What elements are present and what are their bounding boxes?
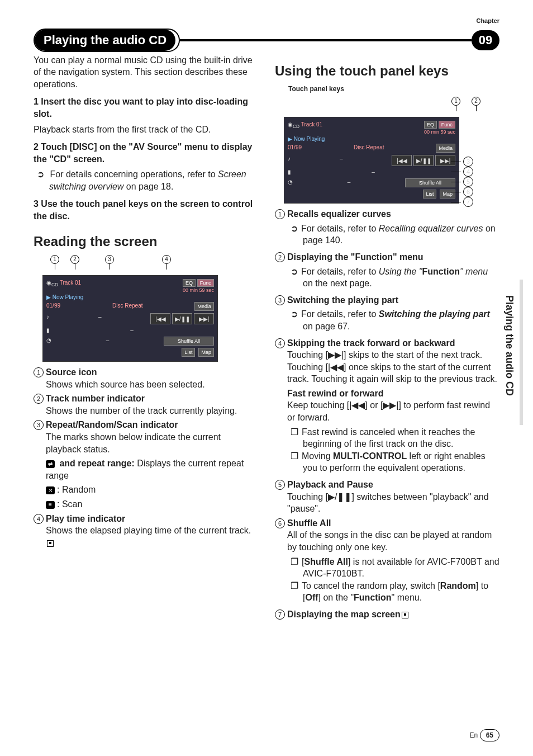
ritem-1: 1 Recalls equalizer curves For details, … xyxy=(275,208,499,249)
item-2: 2 Track number indicator Shows the numbe… xyxy=(34,393,258,417)
play-pause-button[interactable]: ▶/❚❚ xyxy=(413,155,434,166)
figure1-top-callouts: 1 2 3 4 xyxy=(50,255,258,271)
note-icon: ♪ xyxy=(288,155,291,166)
ritem-7: 7 Displaying the map screen xyxy=(275,608,499,621)
func-button[interactable]: Func xyxy=(197,279,214,287)
figure2-top-callouts: 1 2 xyxy=(292,97,480,112)
step-1-body: Playback starts from the first track of … xyxy=(34,124,258,136)
person-icon: ▮ xyxy=(288,168,291,176)
play-pause-button[interactable]: ▶/❚❚ xyxy=(172,313,192,324)
page-title: Playing the audio CD xyxy=(35,30,175,51)
cd-screen-figure-1: ◉CD Track 01 EQ Func 00 min 59 sec ▶ Now… xyxy=(42,275,218,362)
page-number: 65 xyxy=(480,729,499,741)
chapter-number: 09 xyxy=(472,30,499,50)
step-2-heading: 2 Touch [DISC] on the "AV Source" menu t… xyxy=(34,141,258,165)
disc-icon: ◔ xyxy=(288,178,293,187)
step-2-detail: For details concerning operations, refer… xyxy=(49,168,258,192)
step-3-heading: 3 Use the touch panel keys on the screen… xyxy=(34,198,258,222)
list-button[interactable]: List xyxy=(182,348,195,357)
ritem-2: 2 Displaying the "Function" menu For det… xyxy=(275,251,499,292)
repeat-icon: ⇄ xyxy=(46,460,55,468)
media-button[interactable]: Media xyxy=(194,302,214,311)
footer: En 65 xyxy=(470,729,499,741)
repeat-range-line: ⇄ and repeat range: Displays the current… xyxy=(46,457,258,481)
figure2-side-callouts: 3 4 5 6 7 xyxy=(451,157,475,207)
list-button[interactable]: List xyxy=(423,190,436,199)
item-1: 1 Source icon Shows which source has bee… xyxy=(34,366,258,390)
chapter-label: Chapter xyxy=(34,17,499,25)
end-mark-icon xyxy=(47,540,54,547)
cd-screen-figure-2: ◉CD Track 01 EQ Func 00 min 59 sec ▶ Now… xyxy=(284,117,459,204)
shuffle-all-button[interactable]: Shuffle All xyxy=(405,178,455,187)
item-4: 4 Play time indicator Shows the elapsed … xyxy=(34,513,258,549)
next-track-button[interactable]: ▶▶| xyxy=(194,313,214,324)
right-column: Using the touch panel keys Touch panel k… xyxy=(275,52,499,622)
ritem-4: 4 Skipping the track forward or backward… xyxy=(275,337,499,477)
reading-heading: Reading the screen xyxy=(34,233,258,251)
side-tab: Playing the audio CD xyxy=(502,291,517,400)
cd-icon: ◉CD xyxy=(46,280,58,286)
cd-icon: ◉CD xyxy=(288,121,299,127)
scan-line: ≡: Scan xyxy=(46,498,258,511)
eq-button[interactable]: EQ xyxy=(183,279,196,287)
side-tab-bar xyxy=(520,280,523,425)
left-column: You can play a normal music CD using the… xyxy=(34,52,258,622)
using-heading: Using the touch panel keys xyxy=(275,62,499,80)
func-button[interactable]: Func xyxy=(439,121,455,129)
disc-icon: ◔ xyxy=(46,337,51,346)
chapter-header: Playing the audio CD 09 xyxy=(34,29,499,52)
ritem-3: 3 Switching the playing part For details… xyxy=(275,294,499,335)
ritem-6: 6 Shuffle All All of the songs in the di… xyxy=(275,517,499,606)
shuffle-all-button[interactable]: Shuffle All xyxy=(164,337,214,346)
person-icon: ▮ xyxy=(46,327,50,334)
ritem-5: 5 Playback and Pause Touching [▶/❚❚] swi… xyxy=(275,479,499,515)
map-button[interactable]: Map xyxy=(198,348,214,357)
media-button[interactable]: Media xyxy=(436,144,455,153)
end-mark-icon xyxy=(402,612,408,618)
random-icon: ⤭ xyxy=(46,486,55,494)
item-3: 3 Repeat/Random/Scan indicator The marks… xyxy=(34,419,258,455)
eq-button[interactable]: EQ xyxy=(424,121,437,129)
intro-text: You can play a normal music CD using the… xyxy=(34,54,258,91)
prev-track-button[interactable]: |◀◀ xyxy=(150,313,170,324)
prev-track-button[interactable]: |◀◀ xyxy=(392,155,412,166)
step-1-heading: 1 Insert the disc you want to play into … xyxy=(34,96,258,120)
random-line: ⤭: Random xyxy=(46,484,258,496)
scan-icon: ≡ xyxy=(46,501,55,509)
note-icon: ♪ xyxy=(46,313,49,324)
touch-panel-label: Touch panel keys xyxy=(275,84,499,93)
